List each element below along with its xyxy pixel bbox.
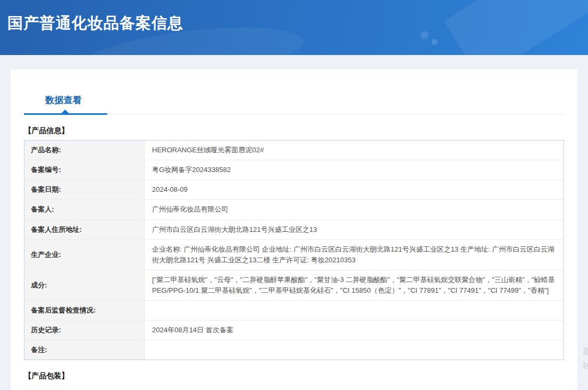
floating-widget-char: 激 — [581, 344, 588, 358]
table-row: 成分: ["聚二甲基硅氧烷"，"云母"，"二异硬脂醇苹果酸酯"，"聚甘油-3 二… — [25, 270, 563, 301]
table-row: 备案人: 广州仙蒂化妆品有限公司 — [25, 200, 563, 220]
content-card: 数据查看 【产品信息】 产品名称: HERORANGE丝绒哑光雾面唇泥02# 备… — [11, 69, 577, 390]
row-label: 备案人: — [25, 200, 145, 219]
row-value: 2024年08月14日 首次备案 — [145, 321, 563, 340]
row-value: 广州市白云区白云湖街大朗北路121号兴盛工业区之13 — [145, 220, 563, 239]
row-value: 企业名称: 广州仙蒂化妆品有限公司 企业地址: 广州市白云区白云湖街大朗北路12… — [145, 240, 563, 270]
table-row: 备注: — [25, 340, 563, 360]
product-info-section-title: 【产品信息】 — [24, 126, 564, 136]
row-label: 生产企业: — [25, 240, 145, 270]
row-value: 2024-08-09 — [145, 180, 563, 199]
packaging-section-title: 【产品包装】 — [24, 371, 564, 381]
row-value: HERORANGE丝绒哑光雾面唇泥02# — [145, 141, 563, 160]
table-row: 产品名称: HERORANGE丝绒哑光雾面唇泥02# — [25, 141, 563, 160]
row-value — [145, 301, 563, 320]
floating-widget-char: 转 — [581, 358, 588, 373]
table-row: 备案编号: 粤G妆网备字2024338582 — [25, 160, 563, 180]
page-header: 国产普通化妆品备案信息 — [0, 0, 588, 55]
row-value — [145, 340, 563, 360]
row-value: 广州仙蒂化妆品有限公司 — [145, 200, 563, 219]
row-label: 产品名称: — [25, 141, 145, 160]
row-label: 备案日期: — [25, 180, 145, 199]
tab-active-underline — [24, 113, 107, 115]
header-decor-dot — [432, 39, 438, 45]
tab-caret-icon — [61, 110, 69, 113]
floating-widget-clipped[interactable]: 激 转 — [581, 344, 588, 373]
row-label: 成分: — [25, 270, 145, 300]
product-info-table: 产品名称: HERORANGE丝绒哑光雾面唇泥02# 备案编号: 粤G妆网备字2… — [24, 140, 564, 360]
row-label: 备案人住所地址: — [25, 220, 145, 239]
row-value: ["聚二甲基硅氧烷"，"云母"，"二异硬脂醇苹果酸酯"，"聚甘油-3 二异硬脂酸… — [145, 270, 563, 300]
table-row: 备案人住所地址: 广州市白云区白云湖街大朗北路121号兴盛工业区之13 — [25, 220, 563, 240]
table-row: 生产企业: 企业名称: 广州仙蒂化妆品有限公司 企业地址: 广州市白云区白云湖街… — [25, 240, 563, 270]
header-decor-dot — [420, 31, 428, 39]
row-label: 备注: — [25, 340, 145, 360]
tab-bar: 数据查看 — [24, 81, 564, 115]
table-row: 历史记录: 2024年08月14日 首次备案 — [25, 321, 563, 340]
row-value: 粤G妆网备字2024338582 — [145, 160, 563, 180]
table-row: 备案后监督检查情况: — [25, 301, 563, 321]
row-label: 历史记录: — [25, 321, 145, 340]
table-row: 备案日期: 2024-08-09 — [25, 180, 563, 200]
page: 国产普通化妆品备案信息 数据查看 【产品信息】 产品名称: HERORANGE丝… — [0, 0, 588, 390]
row-label: 备案编号: — [25, 160, 145, 180]
row-label: 备案后监督检查情况: — [25, 301, 145, 320]
tab-data-view[interactable]: 数据查看 — [45, 94, 82, 106]
